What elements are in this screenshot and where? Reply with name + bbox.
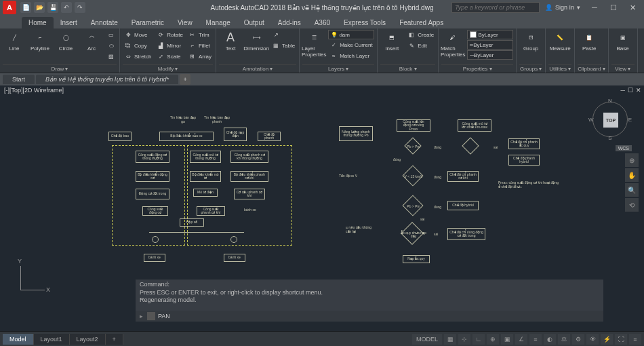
panel-modify-label[interactable]: Modify ▾: [123, 64, 213, 73]
makecurrent-button[interactable]: ✓Make Current: [328, 40, 374, 50]
tab-layout1[interactable]: Layout1: [34, 334, 70, 345]
tab-home[interactable]: Home: [22, 17, 54, 28]
tab-layout2[interactable]: Layout2: [70, 334, 106, 345]
arc-button[interactable]: ◠Arc: [80, 30, 103, 52]
scale-button[interactable]: ⤢Scale: [155, 52, 184, 62]
rect-button[interactable]: ▭: [106, 30, 117, 40]
pan-icon[interactable]: ✋: [625, 168, 639, 182]
hardware-accel-icon[interactable]: ⚡: [601, 334, 613, 345]
panel-block-label[interactable]: Block ▾: [380, 64, 435, 73]
orbit-icon[interactable]: ⟲: [625, 198, 639, 212]
layer-dropdown[interactable]: 💡 dam: [328, 30, 374, 39]
drawing-viewport[interactable]: [-][Top][2D Wireframe] ─ ☐ ✕ TOP N S E W…: [0, 85, 644, 331]
add-tab-button[interactable]: +: [180, 74, 190, 85]
insert-button[interactable]: ⬒Insert: [380, 30, 403, 52]
circle-button[interactable]: ◯Circle: [54, 30, 77, 52]
polar-toggle-icon[interactable]: ⊕: [487, 334, 499, 345]
viewport-label[interactable]: [-][Top][2D Wireframe]: [4, 87, 64, 94]
layerprops-button[interactable]: ☰Layer Properties: [302, 30, 325, 58]
dimension-button[interactable]: ⟼Dimension: [245, 30, 268, 52]
tab-a360[interactable]: A360: [308, 17, 337, 28]
panel-props-label[interactable]: Properties ▾: [441, 64, 513, 73]
tab-addins[interactable]: Add-ins: [271, 17, 308, 28]
polyline-button[interactable]: ⌐Polyline: [28, 30, 52, 52]
hatch-button[interactable]: ▨: [106, 52, 117, 62]
copy-button[interactable]: ⿻Copy: [123, 41, 153, 51]
create-block-button[interactable]: ◧Create: [406, 30, 435, 40]
signin-button[interactable]: 👤Sign In▾: [545, 4, 580, 11]
tab-annotate[interactable]: Annotate: [84, 17, 125, 28]
color-dropdown[interactable]: ByLayer: [467, 30, 513, 39]
lineweight-toggle-icon[interactable]: ≡: [529, 334, 542, 345]
customize-icon[interactable]: ≡: [629, 334, 641, 345]
otrack-toggle-icon[interactable]: ∠: [515, 334, 527, 345]
wcs-badge[interactable]: WCS: [616, 145, 632, 151]
tab-current-file[interactable]: Bản vẽ Hệ thống truyền lực trên ô tô Hyb…: [36, 75, 178, 84]
panel-annotation-label[interactable]: Annotation ▾: [219, 64, 296, 73]
line-button[interactable]: ╱Line: [3, 30, 26, 52]
tab-output[interactable]: Output: [237, 17, 271, 28]
fillet-button[interactable]: ⌐Fillet: [187, 41, 213, 51]
qat-redo-icon[interactable]: ↷: [75, 2, 85, 13]
tab-view[interactable]: View: [171, 17, 199, 28]
mirror-button[interactable]: ▟Mirror: [155, 41, 184, 51]
tab-featured[interactable]: Featured Apps: [393, 17, 450, 28]
transparency-toggle-icon[interactable]: ◐: [544, 334, 556, 345]
base-button[interactable]: ▣Base: [611, 30, 635, 52]
matchlayer-button[interactable]: ≈Match Layer: [328, 51, 374, 61]
qat-save-icon[interactable]: 💾: [47, 2, 58, 13]
zoom-icon[interactable]: 🔍: [625, 183, 639, 197]
panel-clipboard-label[interactable]: Clipboard ▾: [578, 64, 605, 73]
ellipse-button[interactable]: ⬭: [106, 41, 117, 51]
table-button[interactable]: ▦Table: [270, 41, 296, 51]
panel-layers-label[interactable]: Layers ▾: [302, 64, 374, 73]
leader-button[interactable]: ↗: [270, 30, 296, 40]
grid-toggle-icon[interactable]: ▦: [444, 334, 456, 345]
rotate-button[interactable]: ⟳Rotate: [155, 30, 184, 40]
group-button[interactable]: ⊡Group: [519, 30, 542, 52]
matchprops-button[interactable]: 🖌Match Properties: [441, 30, 464, 58]
trim-button[interactable]: ✂Trim: [187, 30, 213, 40]
lineweight-dropdown[interactable]: ━ ByLayer: [467, 40, 513, 50]
help-search-input[interactable]: [451, 2, 540, 13]
tab-express[interactable]: Express Tools: [337, 17, 393, 28]
app-menu-button[interactable]: A: [3, 1, 16, 14]
ortho-toggle-icon[interactable]: ∟: [472, 334, 485, 345]
annotation-scale-icon[interactable]: ⚖: [558, 334, 570, 345]
snap-toggle-icon[interactable]: ⊹: [458, 334, 470, 345]
vp-close-icon[interactable]: ✕: [636, 87, 641, 94]
panel-utilities-label[interactable]: Utilities ▾: [548, 64, 571, 73]
tab-start[interactable]: Start: [3, 75, 35, 84]
tab-insert[interactable]: Insert: [54, 17, 84, 28]
panel-view-label[interactable]: View ▾: [611, 64, 635, 73]
maximize-button[interactable]: ☐: [605, 1, 622, 14]
clean-screen-icon[interactable]: ⛶: [615, 334, 627, 345]
minimize-button[interactable]: ─: [586, 1, 603, 14]
isolate-icon[interactable]: 👁: [586, 334, 599, 345]
qat-open-icon[interactable]: 📂: [34, 2, 45, 13]
paste-button[interactable]: 📋Paste: [578, 30, 601, 52]
panel-draw-label[interactable]: Draw ▾: [3, 64, 117, 73]
qat-new-icon[interactable]: 📄: [20, 2, 31, 13]
workspace-icon[interactable]: ⚙: [572, 334, 584, 345]
steering-wheel-icon[interactable]: ⊕: [625, 153, 639, 167]
move-button[interactable]: ✥Move: [123, 30, 153, 40]
text-button[interactable]: AText: [219, 30, 242, 52]
panel-groups-label[interactable]: Groups ▾: [519, 64, 542, 73]
tab-model[interactable]: Model: [3, 334, 34, 345]
add-layout-button[interactable]: +: [106, 334, 123, 345]
vp-restore-icon[interactable]: ☐: [628, 87, 633, 94]
qat-undo-icon[interactable]: ↶: [61, 2, 72, 13]
command-input[interactable]: ▸ PAN: [136, 311, 603, 322]
tab-manage[interactable]: Manage: [199, 17, 237, 28]
vp-minimize-icon[interactable]: ─: [621, 87, 625, 94]
linetype-dropdown[interactable]: ─ ByLayer: [467, 50, 513, 60]
close-button[interactable]: ✕: [624, 1, 641, 14]
array-button[interactable]: ⊞Array: [187, 52, 213, 62]
stretch-button[interactable]: ⇔Stretch: [123, 52, 153, 62]
measure-button[interactable]: 📏Measure: [548, 30, 571, 52]
tab-parametric[interactable]: Parametric: [125, 17, 171, 28]
osnap-toggle-icon[interactable]: ▣: [501, 334, 513, 345]
edit-block-button[interactable]: ✎Edit: [406, 41, 435, 51]
model-space-button[interactable]: MODEL: [412, 334, 442, 345]
